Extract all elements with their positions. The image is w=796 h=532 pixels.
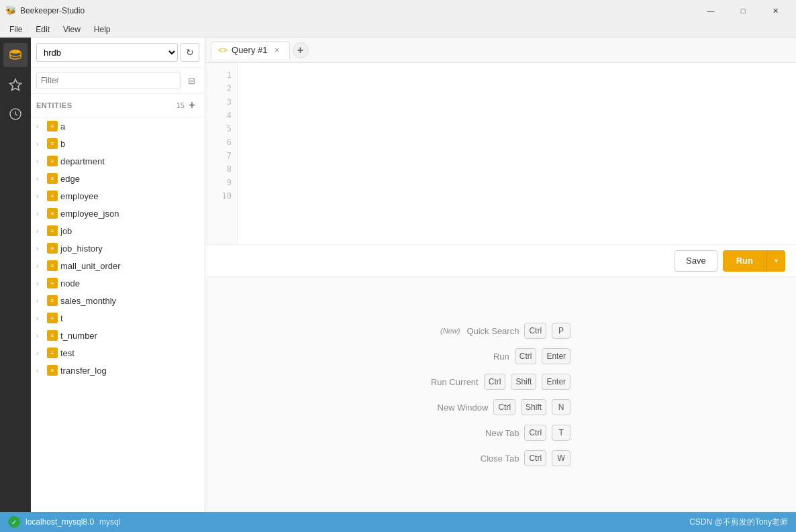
menu-help[interactable]: Help bbox=[87, 23, 117, 36]
tab-query-icon: <> bbox=[218, 46, 228, 55]
entity-item[interactable]: › ≡ department bbox=[31, 152, 205, 170]
entity-chevron-icon: › bbox=[36, 123, 44, 130]
entity-item[interactable]: › ≡ employee_json bbox=[31, 205, 205, 222]
shortcut-label: New Window bbox=[438, 403, 489, 413]
menu-edit[interactable]: Edit bbox=[29, 23, 56, 36]
entity-item[interactable]: › ≡ employee bbox=[31, 187, 205, 205]
entity-chevron-icon: › bbox=[36, 350, 44, 357]
shortcut-key: W bbox=[552, 450, 570, 466]
line-numbers: 12345678910 bbox=[205, 63, 238, 244]
entity-item[interactable]: › ≡ node bbox=[31, 274, 205, 292]
entity-name: sales_monthly bbox=[60, 296, 116, 306]
entity-chevron-icon: › bbox=[36, 210, 44, 217]
database-icon-btn[interactable] bbox=[3, 43, 28, 67]
entity-table-icon: ≡ bbox=[47, 243, 58, 254]
code-editor: 12345678910 bbox=[205, 63, 796, 245]
filter-input[interactable] bbox=[36, 72, 181, 89]
shortcut-label: Run bbox=[493, 352, 509, 362]
status-bar: ✓ localhost_mysql8.0 mysql CSDN @不剪发的Ton… bbox=[0, 512, 796, 532]
entity-chevron-icon: › bbox=[36, 297, 44, 305]
window-controls: — □ ✕ bbox=[695, 0, 791, 21]
entity-table-icon: ≡ bbox=[47, 330, 58, 341]
app-body: hrdb ↻ ⊟ ENTITIES 15 + › ≡ a › ≡ b › ≡ d… bbox=[0, 38, 796, 512]
refresh-button[interactable]: ↻ bbox=[181, 43, 199, 62]
entity-item[interactable]: › ≡ b bbox=[31, 135, 205, 152]
entity-item[interactable]: › ≡ job bbox=[31, 222, 205, 240]
entity-name: a bbox=[60, 121, 65, 131]
query-panel: <> Query #1 × + 12345678910 Save Run ▾ (… bbox=[205, 38, 796, 512]
entity-item[interactable]: › ≡ mall_unit_order bbox=[31, 257, 205, 274]
entity-chevron-icon: › bbox=[36, 315, 44, 322]
line-number: 9 bbox=[227, 176, 232, 189]
entity-chevron-icon: › bbox=[36, 175, 44, 182]
filter-icon-button[interactable]: ⊟ bbox=[183, 72, 199, 89]
shortcut-label: Quick Search bbox=[466, 326, 519, 336]
title-bar: 🐝 Beekeeper-Studio — □ ✕ bbox=[0, 0, 796, 21]
query-tab-1[interactable]: <> Query #1 × bbox=[211, 42, 290, 59]
line-number: 4 bbox=[227, 109, 232, 122]
db-selector: hrdb ↻ bbox=[31, 38, 205, 68]
maximize-button[interactable]: □ bbox=[728, 0, 758, 21]
entity-item[interactable]: › ≡ edge bbox=[31, 170, 205, 187]
sidebar-icons bbox=[0, 38, 31, 512]
entity-chevron-icon: › bbox=[36, 227, 44, 235]
shortcut-row: Run CurrentCtrlShiftEnter bbox=[431, 374, 570, 390]
connection-name[interactable]: localhost_mysql8.0 bbox=[26, 517, 94, 527]
entity-item[interactable]: › ≡ t bbox=[31, 309, 205, 327]
shortcut-badge: (New) bbox=[440, 327, 460, 335]
entity-chevron-icon: › bbox=[36, 332, 44, 339]
close-button[interactable]: ✕ bbox=[760, 0, 791, 21]
add-entity-button[interactable]: + bbox=[185, 98, 199, 113]
run-button[interactable]: Run bbox=[723, 250, 766, 272]
entity-name: department bbox=[60, 156, 105, 166]
db-panel: hrdb ↻ ⊟ ENTITIES 15 + › ≡ a › ≡ b › ≡ d… bbox=[31, 38, 205, 512]
line-number: 7 bbox=[227, 149, 232, 162]
entity-name: test bbox=[60, 348, 74, 358]
shortcut-key: Ctrl bbox=[524, 450, 546, 466]
tab-label: Query #1 bbox=[232, 45, 267, 55]
entity-item[interactable]: › ≡ t_number bbox=[31, 327, 205, 344]
entity-item[interactable]: › ≡ test bbox=[31, 344, 205, 362]
entity-table-icon: ≡ bbox=[47, 278, 58, 288]
shortcut-key: Shift bbox=[521, 399, 546, 415]
menu-view[interactable]: View bbox=[56, 23, 87, 36]
minimize-button[interactable]: — bbox=[695, 0, 726, 21]
entity-item[interactable]: › ≡ a bbox=[31, 117, 205, 135]
entity-table-icon: ≡ bbox=[47, 313, 58, 323]
tab-close-button[interactable]: × bbox=[272, 45, 283, 56]
shortcut-key: Ctrl bbox=[524, 323, 546, 339]
entity-table-icon: ≡ bbox=[47, 295, 58, 306]
line-number: 3 bbox=[227, 95, 232, 109]
save-button[interactable]: Save bbox=[675, 250, 717, 272]
editor-actions: Save Run ▾ bbox=[205, 245, 796, 277]
shortcut-key: T bbox=[552, 425, 570, 441]
favorites-icon-btn[interactable] bbox=[3, 72, 28, 97]
entity-chevron-icon: › bbox=[36, 158, 44, 165]
entity-table-icon: ≡ bbox=[47, 138, 58, 149]
svg-point-0 bbox=[10, 50, 21, 54]
shortcut-key: Enter bbox=[542, 374, 570, 390]
entity-item[interactable]: › ≡ job_history bbox=[31, 240, 205, 257]
db-select[interactable]: hrdb bbox=[36, 43, 178, 62]
menu-file[interactable]: File bbox=[3, 23, 29, 36]
entities-label: ENTITIES bbox=[36, 101, 174, 109]
entity-table-icon: ≡ bbox=[47, 260, 58, 271]
entity-list: › ≡ a › ≡ b › ≡ department › ≡ edge › ≡ … bbox=[31, 117, 205, 512]
shortcut-row: (New)Quick SearchCtrlP bbox=[440, 323, 570, 339]
run-btn-group: Run ▾ bbox=[723, 250, 785, 272]
code-textarea[interactable] bbox=[238, 63, 796, 244]
shortcut-label: Close Tab bbox=[481, 454, 519, 464]
entity-item[interactable]: › ≡ transfer_log bbox=[31, 362, 205, 379]
shortcut-key: Ctrl bbox=[524, 425, 546, 441]
shortcut-row: New TabCtrlT bbox=[485, 425, 570, 441]
entity-item[interactable]: › ≡ sales_monthly bbox=[31, 292, 205, 309]
entity-name: b bbox=[60, 139, 65, 149]
history-icon-btn[interactable] bbox=[3, 102, 28, 126]
shortcut-key: P bbox=[552, 323, 570, 339]
run-dropdown-button[interactable]: ▾ bbox=[766, 250, 785, 272]
db-type: mysql bbox=[99, 517, 120, 527]
new-tab-button[interactable]: + bbox=[293, 42, 309, 58]
entity-chevron-icon: › bbox=[36, 367, 44, 374]
entity-name: job_history bbox=[60, 244, 103, 254]
line-number: 10 bbox=[222, 189, 232, 203]
